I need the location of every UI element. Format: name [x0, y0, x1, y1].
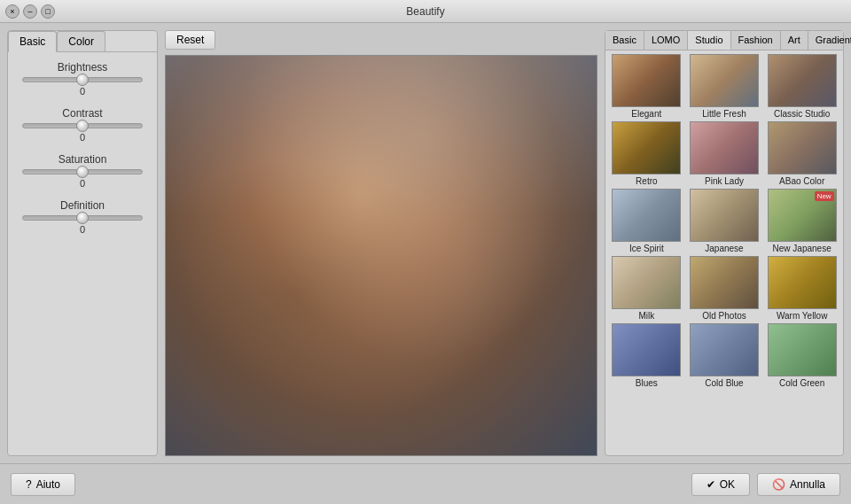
filter-item-old-photos[interactable]: Old Photos — [687, 256, 762, 321]
ok-button[interactable]: ✔ OK — [691, 473, 750, 496]
filter-bg-cold-green — [769, 324, 836, 376]
bottom-bar: ? Aiuto ✔ OK 🚫 Annulla — [0, 463, 851, 504]
filter-tab-studio[interactable]: Studio — [688, 31, 730, 50]
filter-bg-classic-studio — [769, 55, 836, 106]
brightness-track[interactable] — [22, 77, 143, 82]
filter-item-ice-spirit[interactable]: Ice Spirit — [609, 189, 684, 253]
reset-button[interactable]: Reset — [165, 30, 215, 50]
filter-item-pink-lady[interactable]: Pink Lady — [687, 121, 762, 186]
contrast-label: Contrast — [17, 107, 148, 120]
filter-bg-ice-spirit — [613, 190, 680, 241]
saturation-label: Saturation — [17, 153, 148, 166]
contrast-track[interactable] — [22, 123, 143, 128]
filter-item-abao-color[interactable]: ABao Color — [764, 121, 839, 186]
filter-thumb-old-photos — [690, 256, 759, 309]
filter-name-little-fresh: Little Fresh — [702, 109, 746, 119]
definition-value: 0 — [17, 224, 148, 235]
close-button[interactable]: × — [5, 4, 20, 19]
brightness-group: Brightness 0 — [17, 61, 148, 97]
filter-thumb-abao-color — [768, 121, 837, 174]
filter-thumb-japanese — [690, 189, 759, 242]
titlebar-controls: × – □ — [5, 4, 55, 19]
filter-item-cold-green[interactable]: Cold Green — [764, 323, 839, 388]
filter-thumb-warm-yellow — [768, 256, 837, 309]
filter-tab-row: Basic LOMO Studio Fashion Art Gradient — [605, 31, 843, 50]
filter-bg-old-photos — [691, 257, 758, 308]
filter-bg-milk — [613, 257, 680, 308]
filter-name-classic-studio: Classic Studio — [774, 109, 830, 119]
filter-item-blues[interactable]: Blues — [609, 323, 684, 388]
filter-name-cold-green: Cold Green — [779, 378, 824, 388]
filter-item-cold-blue[interactable]: Cold Blue — [687, 323, 762, 388]
filter-bg-cold-blue — [691, 324, 758, 376]
bottom-left: ? Aiuto — [11, 473, 75, 496]
filter-thumb-cold-blue — [690, 323, 759, 376]
filter-name-elegant: Elegant — [631, 109, 661, 119]
filter-name-milk: Milk — [638, 311, 654, 321]
filter-bg-abao-color — [769, 122, 836, 174]
app-title: Beautify — [406, 5, 444, 18]
ok-label: OK — [720, 478, 735, 491]
filter-item-japanese[interactable]: Japanese — [687, 189, 762, 253]
filter-bg-warm-yellow — [769, 257, 836, 308]
filter-thumb-little-fresh — [690, 54, 759, 107]
saturation-track[interactable] — [22, 169, 143, 174]
left-tab-row: Basic Color — [8, 31, 157, 52]
filter-item-little-fresh[interactable]: Little Fresh — [687, 54, 762, 119]
slider-panel: Brightness 0 Contrast 0 Saturation 0 — [8, 52, 157, 254]
filter-name-abao-color: ABao Color — [779, 176, 824, 186]
help-button[interactable]: ? Aiuto — [11, 473, 75, 496]
right-panel: Basic LOMO Studio Fashion Art Gradient E… — [605, 30, 844, 456]
filter-name-new-japanese: New Japanese — [773, 244, 831, 253]
tab-basic[interactable]: Basic — [8, 31, 57, 52]
filter-bg-blues — [613, 324, 680, 376]
filter-grid-wrap[interactable]: ElegantLittle FreshClassic StudioRetroPi… — [605, 50, 843, 455]
minimize-button[interactable]: – — [23, 4, 37, 19]
filter-thumb-cold-green — [768, 323, 837, 376]
filter-name-old-photos: Old Photos — [702, 311, 746, 321]
filter-name-retro: Retro — [636, 176, 657, 186]
cancel-icon: 🚫 — [772, 478, 785, 491]
filter-thumb-retro — [612, 121, 681, 174]
filter-tab-lomo[interactable]: LOMO — [644, 31, 688, 50]
brightness-thumb[interactable] — [76, 74, 89, 86]
cancel-button[interactable]: 🚫 Annulla — [757, 473, 840, 496]
filter-bg-retro — [613, 122, 680, 174]
filter-thumb-milk — [612, 256, 681, 309]
saturation-thumb[interactable] — [76, 166, 89, 178]
maximize-button[interactable]: □ — [41, 4, 55, 19]
saturation-group: Saturation 0 — [17, 153, 148, 189]
filter-name-warm-yellow: Warm Yellow — [777, 311, 827, 321]
center-panel: Reset — [165, 30, 597, 456]
photo-image — [166, 56, 597, 455]
filter-thumb-new-japanese: New — [768, 189, 837, 242]
filter-item-milk[interactable]: Milk — [609, 256, 684, 321]
filter-bg-little-fresh — [691, 55, 758, 106]
tab-color[interactable]: Color — [57, 31, 105, 51]
definition-track[interactable] — [22, 215, 143, 221]
left-panel: Basic Color Brightness 0 Contrast 0 Satu… — [7, 30, 158, 456]
filter-tab-basic[interactable]: Basic — [605, 31, 644, 50]
brightness-label: Brightness — [17, 61, 148, 74]
filter-item-retro[interactable]: Retro — [609, 121, 684, 186]
filter-name-blues: Blues — [636, 378, 658, 388]
new-badge-new-japanese: New — [815, 191, 834, 201]
definition-thumb[interactable] — [76, 212, 89, 224]
definition-group: Definition 0 — [17, 199, 148, 235]
saturation-value: 0 — [17, 178, 148, 189]
filter-tab-gradient[interactable]: Gradient — [808, 31, 851, 50]
filter-name-japanese: Japanese — [705, 244, 743, 253]
filter-bg-elegant — [613, 55, 680, 106]
filter-item-warm-yellow[interactable]: Warm Yellow — [764, 256, 839, 321]
contrast-thumb[interactable] — [76, 120, 89, 132]
filter-item-new-japanese[interactable]: NewNew Japanese — [764, 189, 839, 253]
filter-item-classic-studio[interactable]: Classic Studio — [764, 54, 839, 119]
filter-thumb-elegant — [612, 54, 681, 107]
ok-icon: ✔ — [707, 478, 715, 491]
help-label: Aiuto — [36, 478, 60, 491]
filter-tab-art[interactable]: Art — [781, 31, 808, 50]
filter-thumb-ice-spirit — [612, 189, 681, 242]
filter-tab-fashion[interactable]: Fashion — [731, 31, 781, 50]
filter-thumb-pink-lady — [690, 121, 759, 174]
filter-item-elegant[interactable]: Elegant — [609, 54, 684, 119]
